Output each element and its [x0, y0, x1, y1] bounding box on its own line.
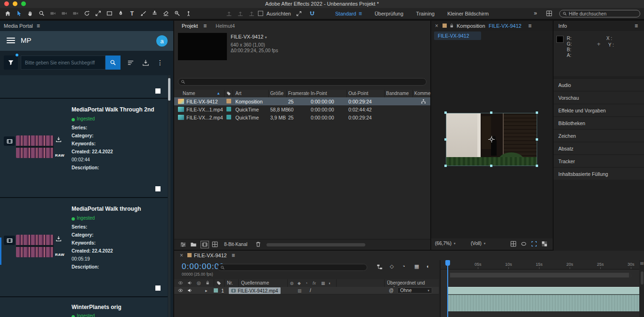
- card-checkbox[interactable]: [155, 285, 161, 291]
- column-quellenname[interactable]: Quellenname: [241, 280, 269, 285]
- close-icon[interactable]: ×: [180, 252, 183, 259]
- panel-menu-icon[interactable]: ≡: [37, 23, 40, 29]
- selection-handle[interactable]: [444, 165, 447, 167]
- tab-helmut4[interactable]: Helmut4: [216, 23, 235, 29]
- column-divider[interactable]: [286, 90, 287, 97]
- layer-visibility-eye-icon[interactable]: [178, 288, 183, 293]
- selection-handle[interactable]: [490, 165, 492, 167]
- mini-flowchart-icon[interactable]: [377, 264, 383, 270]
- selection-handle[interactable]: [536, 111, 538, 114]
- panel-tab-tracker[interactable]: Tracker: [554, 155, 644, 167]
- video-column-eye-icon[interactable]: [178, 280, 183, 285]
- media-card[interactable]: MediaPortal Walk Through 2nd Ingested Se…: [0, 99, 168, 197]
- roto-brush-tool-icon[interactable]: [172, 8, 182, 19]
- expand-icon[interactable]: [294, 8, 304, 19]
- vertical-scrollbar[interactable]: [641, 271, 644, 285]
- label-color-swatch[interactable]: [226, 115, 231, 119]
- type-tool-icon[interactable]: T: [127, 8, 137, 19]
- hand-tool-icon[interactable]: [25, 8, 35, 19]
- panel-tab-absatz[interactable]: Absatz: [554, 143, 644, 154]
- column-name[interactable]: Name: [183, 91, 195, 96]
- panel-tab-bibliotheken[interactable]: Bibliotheken: [554, 117, 644, 129]
- workspace-tab-ueberpruefung[interactable]: Überprüfung: [375, 11, 403, 16]
- panel-menu-icon[interactable]: ≡: [203, 23, 207, 29]
- work-area-end-handle[interactable]: [629, 273, 632, 277]
- table-row-composition[interactable]: FILE-VX-9412 Komposition 25 0:00:00:00 0…: [174, 97, 430, 105]
- avatar[interactable]: a: [156, 35, 168, 47]
- snap-icon[interactable]: [307, 8, 317, 19]
- label-color-swatch[interactable]: [226, 107, 231, 111]
- selection-handle[interactable]: [536, 138, 538, 141]
- download-list-icon[interactable]: [140, 57, 151, 68]
- rectangle-tool-icon[interactable]: [105, 8, 114, 19]
- puppet-pin-tool-icon[interactable]: [184, 8, 193, 19]
- table-row-footage[interactable]: FILE-VX...2.mp4 QuickTime 3,9 MB 25 0:00…: [174, 113, 430, 121]
- viewer-tab[interactable]: FILE-VX-9412: [434, 32, 481, 40]
- color-depth-button[interactable]: 8-Bit-Kanal: [224, 242, 247, 247]
- selection-handle[interactable]: [444, 111, 447, 114]
- pan-behind-tool-icon[interactable]: [93, 8, 103, 19]
- panel-tab-audio[interactable]: Audio: [554, 79, 644, 91]
- axis-mode-local-icon[interactable]: [224, 8, 234, 19]
- grid-guides-icon[interactable]: [510, 241, 516, 247]
- adjust-icon[interactable]: [212, 241, 218, 247]
- selection-tool-icon[interactable]: [14, 8, 24, 19]
- close-icon[interactable]: ×: [435, 23, 438, 29]
- align-checkbox[interactable]: [258, 11, 263, 16]
- label-column-tag-icon[interactable]: [226, 91, 231, 96]
- region-of-interest-icon[interactable]: [531, 241, 537, 247]
- clone-stamp-tool-icon[interactable]: [150, 8, 160, 19]
- preview-item-name[interactable]: FILE-VX-9412 ▾: [231, 34, 267, 40]
- switch-header-icon[interactable]: ◐: [329, 281, 331, 285]
- media-card[interactable]: WinterPlanets orig Ingested: [0, 297, 168, 317]
- parent-dropdown[interactable]: Ohne ▾: [397, 287, 432, 293]
- lock-icon[interactable]: [449, 23, 454, 28]
- timeline-search-input[interactable]: [227, 265, 364, 270]
- column-divider[interactable]: [224, 279, 225, 287]
- sort-list-icon[interactable]: [125, 57, 136, 68]
- new-composition-icon[interactable]: [201, 241, 209, 248]
- draft-3d-icon[interactable]: ◇: [390, 263, 394, 269]
- layer-row[interactable]: ▸ 1 FILE-VX-9412.mp4 ▥ / @ Ohne ▾: [174, 287, 439, 294]
- workspace-tab-training[interactable]: Training: [416, 11, 435, 16]
- layer-name[interactable]: FILE-VX-9412.mp4: [229, 287, 281, 294]
- workspace-overflow-chevron[interactable]: »: [534, 10, 537, 16]
- motion-blur-icon[interactable]: ◐: [427, 263, 430, 269]
- download-icon[interactable]: [56, 236, 62, 242]
- resolution-dropdown[interactable]: (Voll) ▾: [471, 241, 485, 246]
- panel-menu-icon[interactable]: ≡: [635, 23, 638, 29]
- label-color-swatch[interactable]: [226, 99, 231, 103]
- column-divider[interactable]: [336, 279, 337, 287]
- column-out-point[interactable]: Out-Point: [348, 91, 368, 96]
- brush-tool-icon[interactable]: [138, 8, 148, 19]
- tab-projekt[interactable]: Projekt: [182, 23, 198, 29]
- axis-mode-world-icon[interactable]: [235, 8, 245, 19]
- project-search-input[interactable]: [187, 79, 424, 85]
- sort-ascending-icon[interactable]: ▲: [217, 91, 220, 95]
- quality-switch-icon[interactable]: /: [310, 288, 311, 293]
- column-divider[interactable]: [346, 90, 347, 97]
- timeline-tab[interactable]: FILE-VX-9412: [194, 253, 227, 258]
- scrollbar-thumb[interactable]: [168, 78, 170, 101]
- selection-handle[interactable]: [490, 111, 492, 114]
- selection-handle[interactable]: [444, 138, 447, 141]
- card-checkbox[interactable]: [155, 88, 161, 94]
- mask-visibility-icon[interactable]: [521, 241, 527, 247]
- workspace-tab-standard[interactable]: Standard ≡: [335, 10, 362, 17]
- scrollbar-track[interactable]: [168, 75, 170, 317]
- layer-color-swatch[interactable]: [214, 288, 218, 293]
- switch-header-icon[interactable]: ◔: [305, 281, 307, 285]
- column-divider[interactable]: [233, 90, 233, 97]
- label-color-swatch[interactable]: [187, 253, 192, 257]
- column-divider[interactable]: [309, 90, 309, 97]
- panel-box-icon[interactable]: ▤: [640, 261, 644, 265]
- pan-camera-tool-icon[interactable]: [59, 8, 69, 19]
- column-nr[interactable]: Nr.: [227, 280, 233, 285]
- column-divider[interactable]: [224, 90, 225, 97]
- hide-shy-layers-icon[interactable]: ◔: [402, 263, 405, 269]
- home-tool-icon[interactable]: [3, 8, 13, 19]
- workspace-tab-kleiner-bildschirm[interactable]: Kleiner Bildschirm: [447, 11, 489, 16]
- column-framerate[interactable]: Framerate: [288, 91, 310, 96]
- column-kommentar[interactable]: Komme: [414, 91, 430, 96]
- workspace-menu-icon[interactable]: ≡: [359, 10, 362, 17]
